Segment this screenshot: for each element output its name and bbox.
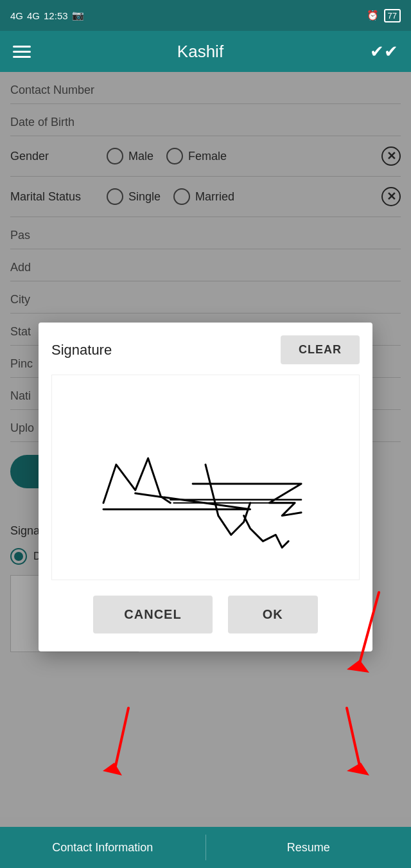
dialog-buttons: CANCEL OK (51, 596, 360, 633)
done-check-icon[interactable]: ✔✔ (370, 42, 398, 62)
svg-marker-5 (347, 763, 369, 775)
status-left: 4G 4G 12:53 📷 (10, 10, 84, 21)
nav-title: Kashif (177, 42, 223, 62)
ok-button[interactable]: OK (228, 596, 318, 633)
svg-line-4 (347, 708, 360, 766)
signal-icon-2: 4G (27, 10, 40, 21)
main-content: Contact Number Date of Birth Gender Male… (0, 72, 411, 868)
nav-bar: Kashif ✔✔ (0, 31, 411, 72)
bottom-nav: Contact Information Resume (0, 827, 411, 868)
svg-marker-3 (103, 763, 122, 775)
signature-canvas[interactable] (51, 375, 360, 580)
draw-sig-arrow-annotation (96, 702, 148, 781)
svg-line-0 (360, 592, 379, 663)
time-display: 12:53 (44, 10, 68, 21)
clear-button[interactable]: CLEAR (281, 335, 360, 364)
battery-icon: 77 (384, 9, 401, 22)
status-bar: 4G 4G 12:53 📷 ⏰ 77 (0, 0, 411, 31)
signal-icon: 4G (10, 10, 23, 21)
alarm-icon: ⏰ (367, 10, 379, 21)
camera-icon: 📷 (72, 10, 84, 21)
signature-dialog: Signature CLEAR CANCEL OK (39, 323, 372, 651)
status-right: ⏰ 77 (367, 9, 401, 22)
cancel-button[interactable]: CANCEL (93, 596, 212, 633)
ok-arrow-annotation (340, 586, 392, 678)
svg-line-2 (116, 708, 128, 766)
hamburger-menu[interactable] (13, 46, 31, 58)
resume-tab[interactable]: Resume (206, 835, 412, 861)
dialog-header: Signature CLEAR (51, 335, 360, 364)
sig-image-arrow-annotation (328, 702, 379, 781)
contact-info-tab[interactable]: Contact Information (0, 835, 206, 861)
dialog-title: Signature (51, 342, 112, 359)
svg-marker-1 (347, 660, 369, 673)
signature-svg (52, 375, 359, 580)
